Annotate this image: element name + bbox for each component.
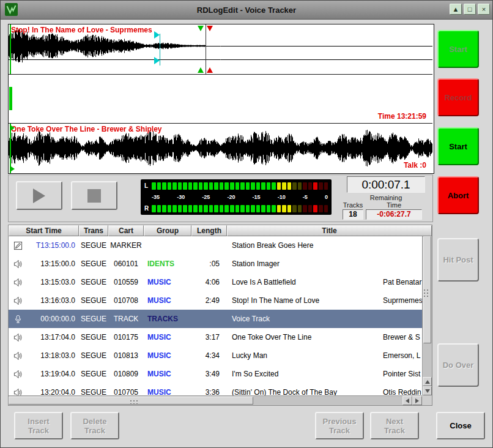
segue-marker-line[interactable]	[206, 24, 206, 74]
cell-length: 3:17	[191, 333, 227, 342]
meter-segment	[183, 205, 187, 212]
segue-start-marker-icon[interactable]	[207, 26, 213, 31]
meter-segment	[168, 182, 172, 190]
meter-segment	[246, 205, 250, 212]
tracks-remaining-value: 18	[343, 209, 363, 220]
cell-transition: SEGUE	[79, 351, 108, 360]
scroll-up-button[interactable]	[423, 377, 432, 386]
table-row[interactable]: 13:15:03.0SEGUE010559MUSIC4:06Love Is A …	[9, 273, 422, 291]
meter-segment	[220, 182, 224, 190]
previous-track-button[interactable]: Previous Track	[315, 412, 364, 439]
meter-segment	[282, 205, 286, 212]
horizontal-scrollbar-thumb[interactable]	[9, 397, 253, 405]
meter-segment	[292, 205, 297, 212]
table-row[interactable]: 13:16:03.0SEGUE010708MUSIC2:49Stop! In T…	[9, 291, 422, 310]
vertical-scrollbar[interactable]	[422, 236, 432, 395]
do-over-button[interactable]: Do Over	[437, 343, 479, 387]
column-header-trans[interactable]: Trans	[79, 225, 108, 236]
cell-start-time: 13:15:00.0	[27, 259, 79, 268]
table-row[interactable]: 13:20:04.0SEGUE010705MUSIC3:36(Sittin' O…	[9, 383, 422, 395]
hit-post-button[interactable]: Hit Post	[437, 238, 479, 282]
stop-button[interactable]	[71, 181, 117, 210]
play-marker-bottom-icon[interactable]	[154, 57, 160, 64]
meter-segment	[209, 205, 213, 212]
track3-marker-top-icon[interactable]	[11, 125, 15, 130]
log-table: Start TimeTransCartGroupLengthTitle T13:…	[8, 225, 432, 406]
shade-icon[interactable]: ▲	[450, 4, 462, 15]
meter-segment	[162, 182, 166, 190]
column-header-title[interactable]: Title	[227, 225, 432, 236]
table-row[interactable]: 13:19:04.0SEGUE010809MUSIC3:49I'm So Exc…	[9, 365, 422, 383]
meter-segment	[256, 182, 261, 190]
fade-marker-bottom-icon[interactable]	[198, 67, 204, 73]
segue-end-marker-icon[interactable]	[207, 67, 213, 73]
vertical-scrollbar-thumb[interactable]	[423, 236, 431, 343]
cell-transition: SEGUE	[79, 278, 108, 286]
play-button[interactable]	[16, 181, 62, 210]
horizontal-scrollbar[interactable]	[9, 395, 422, 405]
meter-segment	[277, 205, 281, 212]
cell-artist: Emerson, L	[383, 346, 420, 365]
waveform-track2-voicetrack[interactable]: Time 13:21:59	[9, 75, 432, 124]
titlebar[interactable]: RDLogEdit - Voice Tracker ▲ □ ×	[1, 1, 492, 20]
close-button[interactable]: Close	[436, 412, 485, 439]
cell-group: MUSIC	[144, 278, 191, 286]
table-row[interactable]: 13:17:04.0SEGUE010175MUSIC3:17One Toke O…	[9, 328, 422, 346]
elapsed-timer: 0:00:07.1	[347, 176, 425, 193]
fade-marker-icon[interactable]	[198, 26, 204, 31]
column-header-length[interactable]: Length	[191, 225, 227, 236]
maximize-icon[interactable]: □	[464, 4, 476, 15]
table-row[interactable]: 00:00:00.0SEGUETRACKTRACKSVoice Track	[9, 310, 422, 328]
meter-segment	[308, 205, 313, 212]
table-row[interactable]: 13:18:03.0SEGUE010813MUSIC4:34Lucky ManE…	[9, 346, 422, 365]
close-icon[interactable]: ×	[478, 4, 490, 15]
meter-segment	[324, 182, 328, 190]
meter-segment	[319, 182, 323, 190]
log-table-header: Start TimeTransCartGroupLengthTitle	[9, 225, 432, 236]
arrow-right-icon	[415, 398, 419, 403]
meter-scale-label: -35	[152, 194, 160, 200]
table-row[interactable]: 13:15:00.0SEGUE060101IDENTS:05Station Im…	[9, 255, 422, 273]
cell-length: 2:49	[191, 296, 227, 305]
start-track3-button[interactable]: Start	[437, 127, 479, 165]
meter-segment	[224, 205, 229, 212]
delete-track-button[interactable]: Delete Track	[70, 412, 119, 439]
column-header-cart[interactable]: Cart	[108, 225, 144, 236]
cell-group: MUSIC	[144, 333, 191, 342]
meter-segment	[298, 205, 302, 212]
time-remaining-label: Time	[366, 201, 422, 209]
track3-title: One Toke Over The Line - Brewer & Shiple…	[11, 125, 162, 133]
insert-track-button[interactable]: Insert Track	[14, 412, 63, 439]
record-position-cursor[interactable]	[9, 87, 12, 110]
meter-segment	[199, 205, 203, 212]
meter-scale: -35-30-25-20-15-10-50	[144, 194, 328, 200]
meter-segment	[152, 182, 156, 190]
meter-left-segments	[152, 182, 328, 190]
meter-segment	[214, 205, 218, 212]
meter-segment	[193, 205, 198, 212]
abort-button[interactable]: Abort	[437, 176, 479, 214]
talk-time-label: Talk :0	[404, 161, 426, 170]
meter-segment	[172, 205, 177, 212]
table-row[interactable]: T13:15:00.0SEGUEMARKERStation Break Goes…	[9, 236, 422, 255]
scroll-down-button[interactable]	[423, 386, 432, 395]
column-header-group[interactable]: Group	[144, 225, 191, 236]
next-track-button[interactable]: Next Track	[370, 412, 419, 439]
record-button[interactable]: Record	[437, 78, 479, 116]
cell-start-time: 13:19:04.0	[27, 370, 79, 378]
waveform-track1[interactable]: Stop! In The Name of Love - Suprmemes	[9, 24, 432, 75]
waveform-track3[interactable]: One Toke Over The Line - Brewer & Shiple…	[9, 124, 432, 173]
playback-cursor-line	[160, 34, 160, 65]
play-marker-top-icon[interactable]	[154, 31, 160, 39]
column-header-start-time[interactable]: Start Time	[9, 225, 79, 236]
meter-segment	[224, 182, 229, 190]
meter-segment	[313, 182, 317, 190]
meter-segment	[152, 205, 156, 212]
start-track1-button[interactable]: Start	[437, 30, 479, 68]
cell-cart: 010705	[108, 388, 144, 395]
track3-marker-bottom-icon[interactable]	[11, 166, 15, 171]
scroll-left-button[interactable]	[402, 396, 412, 405]
meter-segment	[209, 182, 213, 190]
scrollbar-grip	[130, 400, 132, 401]
scroll-right-button[interactable]	[412, 396, 422, 405]
